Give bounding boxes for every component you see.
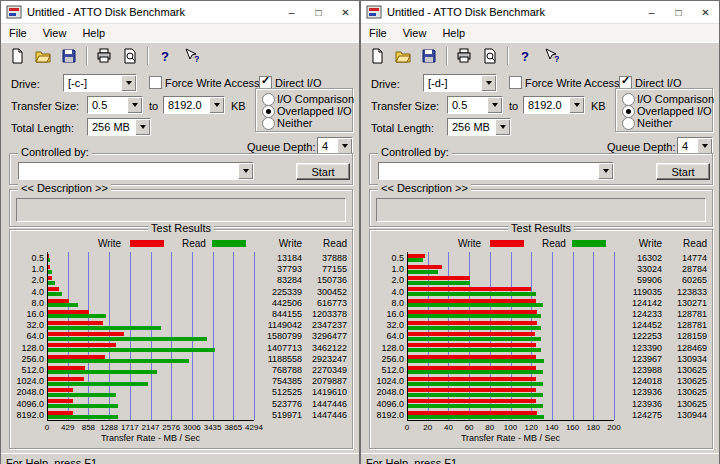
chevron-down-icon[interactable] [487, 97, 502, 113]
minimize-icon[interactable]: – [278, 2, 305, 23]
menu-help[interactable]: Help [74, 24, 113, 42]
description-field[interactable] [16, 198, 346, 222]
maximize-icon[interactable]: □ [665, 2, 692, 23]
read-value: 128781 [664, 309, 707, 319]
menu-bar: File View Help [1, 24, 359, 42]
drive-label: Drive: [371, 78, 400, 90]
chevron-down-icon[interactable] [598, 163, 613, 179]
write-value: 442506 [254, 298, 302, 308]
chevron-down-icon[interactable] [337, 138, 352, 154]
write-value: 225339 [254, 287, 302, 297]
context-help-button[interactable]: ? [538, 44, 564, 68]
read-value: 300452 [304, 287, 347, 297]
legend-write-label: Write [458, 238, 481, 249]
write-value: 124275 [614, 410, 662, 420]
chevron-down-icon[interactable] [135, 119, 150, 135]
drive-select[interactable]: [-c-] [63, 74, 137, 92]
maximize-icon[interactable]: □ [305, 2, 332, 23]
grid-line [552, 252, 553, 420]
category-label: 64.0 [14, 331, 44, 341]
print-preview-button[interactable] [117, 44, 143, 68]
transfer-size-from-select[interactable]: 0.5 [87, 96, 143, 114]
chevron-down-icon[interactable] [481, 75, 496, 91]
menu-help[interactable]: Help [434, 24, 473, 42]
new-file-button[interactable] [4, 44, 30, 68]
transfer-size-from-select[interactable]: 0.5 [447, 96, 503, 114]
total-length-select[interactable]: 256 MB [87, 118, 151, 136]
close-icon[interactable]: ✕ [332, 2, 359, 23]
chevron-down-icon[interactable] [697, 138, 712, 154]
minimize-icon[interactable]: – [638, 2, 665, 23]
benchmark-chart: 0429858128817172147257630063435386542940… [14, 252, 350, 448]
neither-radio[interactable] [262, 117, 275, 130]
write-bar [408, 310, 537, 314]
legend-write-swatch [130, 240, 164, 247]
new-file-button[interactable] [364, 44, 390, 68]
write-bar [48, 321, 103, 325]
title-bar[interactable]: Untitled - ATTO Disk Benchmark – □ ✕ [361, 1, 719, 24]
about-button[interactable]: ? [152, 44, 178, 68]
test-results-label: Test Results [148, 222, 214, 234]
write-bar [48, 254, 49, 258]
controlled-by-group: Controlled by: Start [9, 153, 353, 185]
open-file-button[interactable] [390, 44, 416, 68]
total-length-label: Total Length: [371, 122, 434, 134]
write-bar [408, 321, 537, 325]
print-button[interactable] [91, 44, 117, 68]
chevron-down-icon[interactable] [121, 75, 136, 91]
write-bar [48, 399, 73, 403]
open-file-icon [395, 48, 411, 64]
neither-radio[interactable] [622, 117, 635, 130]
category-label: 32.0 [374, 320, 404, 330]
read-value: 60265 [664, 275, 707, 285]
chevron-down-icon[interactable] [127, 97, 142, 113]
force-write-access-checkbox[interactable] [509, 76, 522, 89]
chevron-down-icon[interactable] [238, 163, 253, 179]
write-bar [408, 276, 470, 280]
queue-depth-label: Queue Depth: [247, 141, 316, 153]
queue-depth-label: Queue Depth: [607, 141, 676, 153]
write-value: 37793 [254, 264, 302, 274]
menu-view[interactable]: View [35, 24, 75, 42]
close-icon[interactable]: ✕ [692, 2, 719, 23]
category-label: 128.0 [14, 343, 44, 353]
title-bar[interactable]: Untitled - ATTO Disk Benchmark – □ ✕ [1, 1, 359, 24]
category-label: 16.0 [374, 309, 404, 319]
transfer-size-label: Transfer Size: [11, 100, 79, 112]
write-bar [408, 388, 536, 392]
write-value: 33024 [614, 264, 662, 274]
total-length-select[interactable]: 256 MB [447, 118, 511, 136]
context-help-button[interactable]: ? [178, 44, 204, 68]
save-file-button[interactable] [56, 44, 82, 68]
write-bar [408, 411, 537, 415]
chevron-down-icon[interactable] [495, 119, 510, 135]
print-button[interactable] [451, 44, 477, 68]
description-field[interactable] [376, 198, 706, 222]
chevron-down-icon[interactable] [209, 97, 224, 113]
controlled-by-select[interactable] [378, 162, 614, 180]
read-bar [408, 337, 541, 341]
read-bar [48, 326, 161, 330]
start-button[interactable]: Start [296, 163, 350, 180]
chevron-down-icon[interactable] [569, 97, 584, 113]
read-bar [408, 303, 543, 307]
menu-file[interactable]: File [361, 24, 395, 42]
force-write-access-checkbox[interactable] [149, 76, 162, 89]
write-value: 1407713 [254, 343, 302, 353]
read-value: 1203378 [304, 309, 347, 319]
menu-file[interactable]: File [1, 24, 35, 42]
menu-view[interactable]: View [395, 24, 435, 42]
about-icon: ? [517, 48, 533, 64]
transfer-size-to-select[interactable]: 8192.0 [163, 96, 225, 114]
open-file-button[interactable] [30, 44, 56, 68]
transfer-size-to-select[interactable]: 8192.0 [523, 96, 585, 114]
about-button[interactable]: ? [512, 44, 538, 68]
write-value: 16302 [614, 253, 662, 263]
read-bar [408, 292, 536, 296]
print-preview-button[interactable] [477, 44, 503, 68]
save-file-button[interactable] [416, 44, 442, 68]
drive-select[interactable]: [-d-] [423, 74, 497, 92]
category-label: 512.0 [374, 365, 404, 375]
start-button[interactable]: Start [656, 163, 710, 180]
controlled-by-select[interactable] [18, 162, 254, 180]
